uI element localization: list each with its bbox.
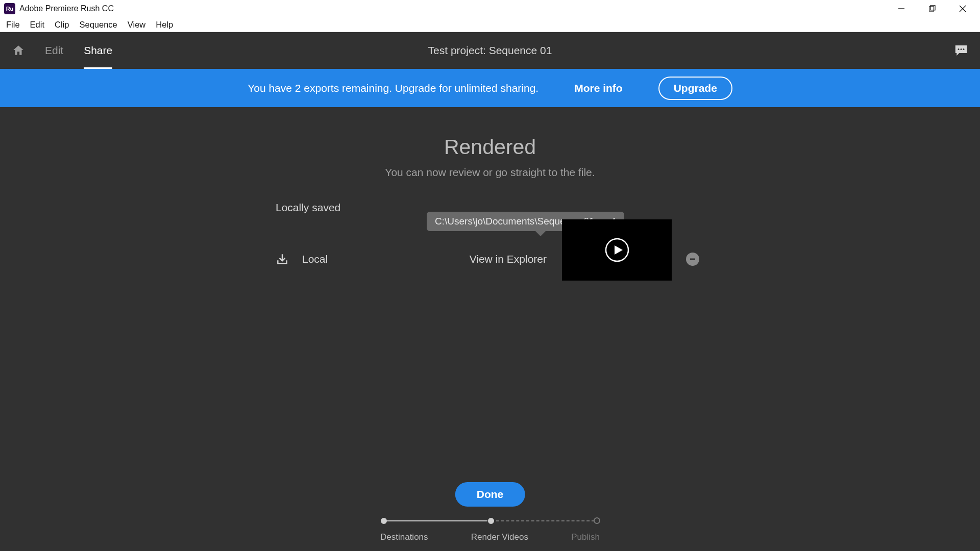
menu-file[interactable]: File [1,20,25,30]
project-title: Test project: Sequence 01 [428,44,552,57]
more-info-link[interactable]: More info [574,82,623,94]
done-button[interactable]: Done [455,482,525,507]
menu-bar: File Edit Clip Sequence View Help [0,17,980,32]
svg-point-6 [961,48,962,50]
download-icon [276,253,289,266]
local-export-row: Local View in Explorer [276,237,699,281]
svg-rect-1 [929,7,934,11]
local-label: Local [302,253,328,265]
section-locally-saved: Locally saved [276,202,340,214]
menu-sequence[interactable]: Sequence [74,20,122,30]
window-title: Adobe Premiere Rush CC [19,4,114,13]
video-thumbnail[interactable] [562,219,672,281]
home-button[interactable] [11,43,26,58]
upgrade-button[interactable]: Upgrade [658,77,732,100]
page-title: Rendered [0,107,980,159]
remove-export-button[interactable] [686,253,699,266]
tab-share[interactable]: Share [84,32,112,69]
window-titlebar: Ru Adobe Premiere Rush CC [0,0,980,17]
progress-stepper: Destinations Render Videos Publish [380,518,600,542]
svg-marker-9 [615,245,623,255]
menu-clip[interactable]: Clip [50,20,74,30]
close-button[interactable] [947,0,978,17]
svg-rect-2 [930,6,935,10]
step-label-render: Render Videos [471,532,528,542]
view-in-explorer-link[interactable]: View in Explorer [470,253,547,265]
header-tabs: Edit Share [45,32,112,69]
stepper-dot-render [488,518,494,524]
menu-view[interactable]: View [122,20,151,30]
banner-message: You have 2 exports remaining. Upgrade fo… [248,82,538,94]
app-icon: Ru [4,3,15,14]
stepper-dot-destinations [381,518,387,524]
app-header: Edit Share Test project: Sequence 01 [0,32,980,69]
step-label-destinations: Destinations [380,532,428,542]
tab-edit[interactable]: Edit [45,32,63,69]
menu-edit[interactable]: Edit [25,20,50,30]
stepper-segment-pending [491,520,595,521]
svg-point-7 [963,48,965,50]
play-icon [604,237,630,263]
main-content: Rendered You can now review or go straig… [0,107,980,551]
page-subtitle: You can now review or go straight to the… [0,166,980,179]
upgrade-banner: You have 2 exports remaining. Upgrade fo… [0,69,980,107]
maximize-button[interactable] [917,0,947,17]
stepper-dot-publish [594,517,600,524]
svg-point-5 [958,48,960,50]
minimize-button[interactable] [886,0,917,17]
step-label-publish: Publish [571,532,600,542]
menu-help[interactable]: Help [151,20,178,30]
stepper-segment-done [384,520,487,521]
feedback-button[interactable] [953,43,969,58]
